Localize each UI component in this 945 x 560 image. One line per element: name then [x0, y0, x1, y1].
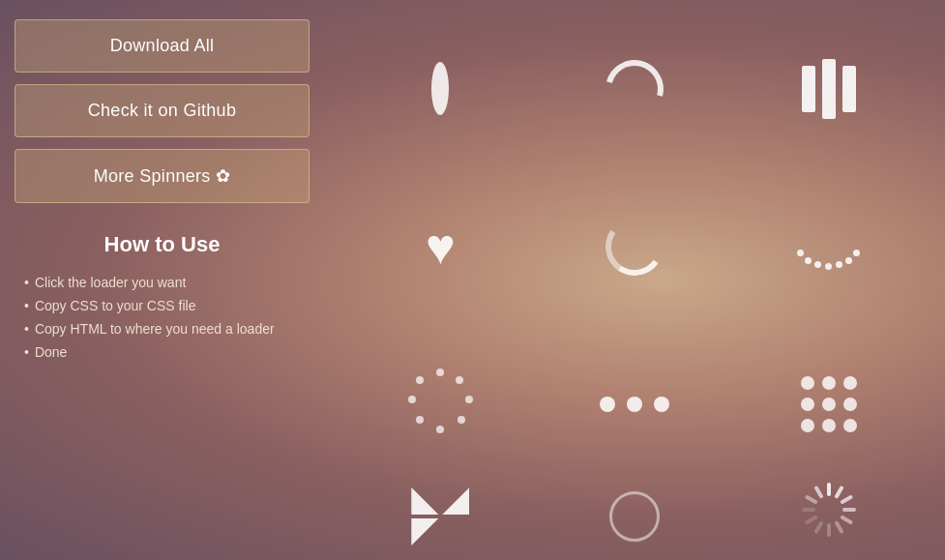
how-to-use-list: Click the loader you want Copy CSS to yo… — [15, 275, 310, 360]
spinner-dotted-arc[interactable] — [731, 167, 926, 325]
spinner-dot-circle[interactable] — [343, 325, 538, 483]
bars-shape — [802, 59, 856, 119]
spinner-dot-grid[interactable] — [731, 325, 926, 483]
spinner-arc-bottom[interactable] — [538, 167, 732, 325]
radial-shape — [795, 483, 863, 550]
spinner-icon: ✿ — [216, 166, 230, 186]
spinner-pacman[interactable] — [343, 483, 538, 550]
three-dots-shape — [600, 397, 669, 412]
dot-grid-shape — [801, 376, 857, 432]
more-spinners-button[interactable]: More Spinners ✿ — [15, 149, 310, 203]
dotted-arc-shape — [795, 222, 863, 271]
spinner-radial[interactable] — [731, 483, 926, 550]
spinner-heart[interactable]: ♥ — [343, 167, 538, 325]
spinner-arc-topright[interactable] — [538, 10, 732, 167]
circle-shape — [609, 491, 660, 542]
step-2: Copy CSS to your CSS file — [24, 298, 300, 313]
spinner-grid: ♥ — [324, 0, 945, 560]
pacman-shape — [411, 487, 469, 545]
dot-circle-shape — [404, 368, 477, 440]
how-to-use-section: How to Use Click the loader you want Cop… — [15, 232, 310, 368]
spinner-bars[interactable] — [731, 10, 926, 167]
arc-topright-shape — [595, 49, 674, 129]
step-4: Done — [24, 344, 300, 360]
left-panel: Download All Check it on Github More Spi… — [0, 0, 324, 560]
heart-shape: ♥ — [426, 221, 456, 272]
github-button[interactable]: Check it on Github — [15, 84, 310, 137]
step-1: Click the loader you want — [24, 275, 300, 290]
oval-shape — [431, 62, 449, 115]
spinner-oval[interactable] — [343, 10, 538, 167]
step-3: Copy HTML to where you need a loader — [24, 321, 300, 337]
how-to-use-title: How to Use — [15, 232, 310, 257]
arc-bottom-shape — [601, 213, 668, 280]
spinner-three-dots[interactable] — [538, 325, 732, 483]
download-all-button[interactable]: Download All — [15, 19, 310, 73]
spinner-circle[interactable] — [538, 483, 732, 550]
